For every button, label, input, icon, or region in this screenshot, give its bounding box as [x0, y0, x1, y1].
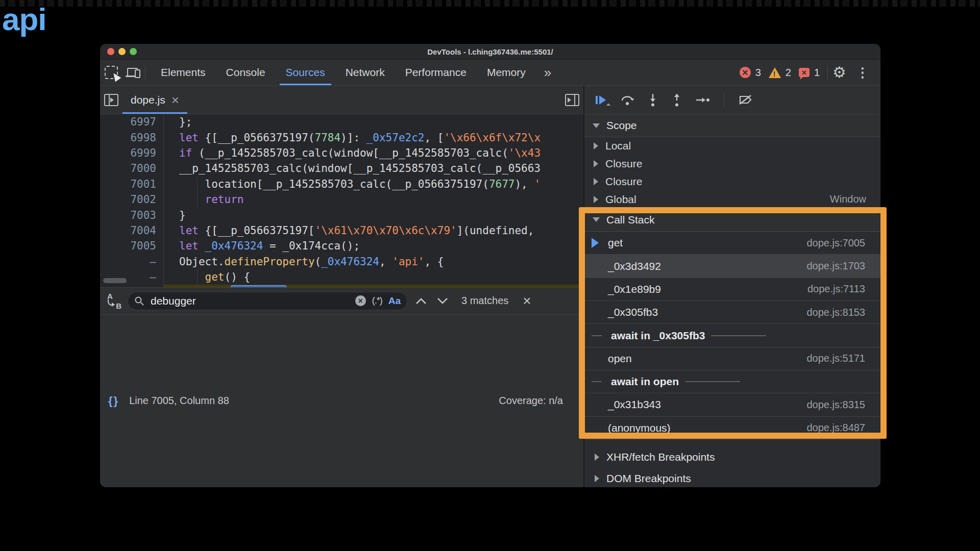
line-number[interactable]: 7003 — [100, 207, 164, 222]
tab-console[interactable]: Console — [216, 60, 276, 85]
scope-row-global[interactable]: GlobalWindow — [584, 190, 880, 208]
minimize-window-button[interactable] — [118, 48, 126, 55]
execution-line[interactable]: – debugger ;return 'https://web3-api.cli… — [100, 285, 583, 287]
issues-icon[interactable]: ✕ — [799, 68, 810, 77]
line-number[interactable]: 6999 — [100, 145, 164, 161]
tab-sources[interactable]: Sources — [276, 60, 335, 85]
code-line[interactable]: 7000__p_1452585703_calc(window[__p_14525… — [100, 161, 583, 176]
tab-performance[interactable]: Performance — [395, 60, 477, 85]
cursor-position: Line 7005, Column 88 — [129, 395, 229, 407]
expand-triangle-icon[interactable] — [595, 454, 599, 461]
zoom-window-button[interactable] — [130, 48, 137, 55]
line-number[interactable]: 7005 — [100, 238, 164, 254]
pretty-print-icon[interactable]: {} — [108, 394, 119, 408]
expand-triangle-icon[interactable] — [595, 475, 599, 482]
title-bar[interactable]: DevTools - l.ching367436.me:5501/ — [100, 44, 880, 60]
scope-row-closure[interactable]: Closure — [584, 155, 880, 173]
line-number[interactable]: 6998 — [100, 130, 164, 145]
section-dom-breakpoints[interactable]: DOM Breakpoints — [584, 468, 880, 487]
indent-guide — [223, 285, 223, 287]
kebab-menu-icon[interactable]: ⋮ — [851, 65, 874, 81]
warning-count[interactable]: 2 — [786, 67, 791, 79]
tab-elements[interactable]: Elements — [151, 60, 216, 85]
code-text: if (__p_1452585703_calc(window[__p_14525… — [164, 145, 583, 161]
match-case-toggle[interactable]: Aa — [388, 295, 401, 307]
screen: api DevTools - l.ching367436.me:5501/ El… — [0, 0, 980, 551]
error-count[interactable]: 3 — [755, 67, 761, 79]
traffic-lights — [107, 48, 137, 55]
line-number[interactable]: – — [100, 285, 164, 287]
close-window-button[interactable] — [107, 48, 114, 55]
warning-icon[interactable]: ! — [769, 67, 781, 78]
next-match-button[interactable] — [435, 293, 450, 309]
expand-triangle-icon[interactable] — [594, 142, 598, 149]
clear-search-icon[interactable]: × — [355, 295, 366, 306]
line-number[interactable]: 7000 — [100, 161, 164, 176]
tab-memory[interactable]: Memory — [477, 60, 536, 85]
code-line[interactable]: – get() { — [100, 269, 583, 285]
error-icon[interactable]: ✕ — [740, 67, 751, 78]
more-tabs-button[interactable]: » — [536, 65, 559, 81]
replace-toggle-icon[interactable]: A B — [106, 293, 121, 309]
regex-toggle[interactable]: (.*) — [372, 295, 382, 306]
step-button[interactable] — [696, 96, 710, 104]
scope-label: Local — [605, 140, 631, 152]
scope-row-local[interactable]: Local — [584, 137, 880, 155]
debugger-toolbar — [584, 86, 880, 114]
search-input[interactable]: debugger × (.*) Aa — [128, 292, 407, 310]
close-find-bar-icon[interactable]: × — [523, 294, 531, 308]
expand-triangle-icon[interactable] — [594, 178, 598, 185]
line-number[interactable]: 7002 — [100, 192, 164, 207]
search-query[interactable]: debugger — [151, 295, 349, 307]
debugger-toolbar-divider — [724, 93, 724, 107]
line-number[interactable]: 6997 — [100, 114, 164, 130]
code-text: }; — [164, 114, 583, 130]
main-toolbar: ElementsConsoleSourcesNetworkPerformance… — [100, 60, 880, 86]
line-number[interactable]: 7004 — [100, 223, 164, 238]
code-line[interactable]: 6997}; — [100, 114, 583, 130]
code-line[interactable]: 7002 return — [100, 192, 583, 207]
resume-button[interactable] — [596, 95, 607, 105]
section-label: XHR/fetch Breakpoints — [606, 451, 715, 463]
code-line[interactable]: 7003} — [100, 207, 583, 222]
toggle-navigator-button[interactable] — [100, 87, 122, 113]
panel-tabs: ElementsConsoleSourcesNetworkPerformance… — [151, 60, 536, 85]
file-tab-dopejs[interactable]: dope.js × — [122, 86, 187, 114]
resume-icon — [596, 95, 607, 105]
code-line[interactable]: 7005let _0x476324 = _0x174cca(); — [100, 238, 583, 254]
previous-match-button[interactable] — [413, 293, 429, 309]
code-editor[interactable]: 6997};6998let {[__p_0566375197(7784)]: _… — [100, 114, 583, 287]
editor-status-bar: {} Line 7005, Column 88 Coverage: n/a — [100, 314, 583, 488]
expand-triangle-icon[interactable] — [594, 196, 598, 203]
file-tab-label: dope.js — [131, 94, 165, 106]
line-number[interactable]: 7001 — [100, 177, 164, 192]
deactivate-breakpoints-button[interactable] — [738, 94, 753, 106]
device-toolbar-button[interactable] — [122, 60, 145, 85]
code-line[interactable]: 7004let {[__p_0566375197['\x61\x70\x70\x… — [100, 223, 583, 238]
tab-network[interactable]: Network — [335, 60, 395, 85]
code-line[interactable]: 6999if (__p_1452585703_calc(window[__p_1… — [100, 145, 583, 161]
file-tab-close-icon[interactable]: × — [172, 93, 179, 107]
settings-gear-icon[interactable]: ⚙ — [832, 65, 846, 80]
scope-title: Scope — [606, 119, 637, 132]
toggle-debugger-sidebar-button[interactable] — [561, 87, 583, 113]
toolbar-divider — [145, 66, 145, 79]
issue-count[interactable]: 1 — [814, 67, 820, 79]
code-line[interactable]: –Object.defineProperty(_0x476324, 'api',… — [100, 254, 583, 269]
callstack-annotation-box — [579, 207, 887, 439]
line-number[interactable]: – — [100, 254, 164, 269]
code-text: return — [164, 192, 583, 207]
step-out-button[interactable] — [672, 93, 682, 107]
scope-row-closure[interactable]: Closure — [584, 173, 880, 191]
code-line[interactable]: 7001 location[__p_1452585703_calc(__p_05… — [100, 177, 583, 192]
inspect-element-button[interactable] — [100, 60, 122, 85]
collapse-triangle-icon — [593, 123, 600, 128]
horizontal-scrollbar[interactable] — [103, 278, 127, 283]
api-label: api — [2, 1, 46, 37]
section-xhr-fetch-breakpoints[interactable]: XHR/fetch Breakpoints — [584, 446, 880, 468]
code-line[interactable]: 6998let {[__p_0566375197(7784)]: _0x57e2… — [100, 130, 583, 145]
step-over-button[interactable] — [621, 94, 634, 106]
step-into-button[interactable] — [648, 93, 658, 107]
scope-section-header[interactable]: Scope — [584, 114, 880, 137]
expand-triangle-icon[interactable] — [594, 160, 598, 167]
